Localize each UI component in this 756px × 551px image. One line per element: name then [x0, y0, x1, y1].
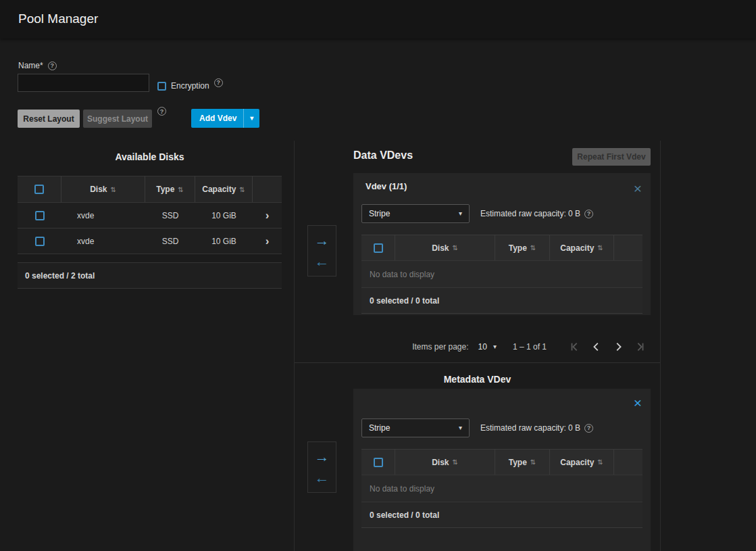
last-page-button[interactable] [629, 336, 651, 358]
card-controls: Stripe Estimated raw capacity: 0 B [361, 204, 642, 223]
close-icon[interactable] [634, 181, 642, 195]
name-input[interactable] [18, 74, 149, 92]
row-checkbox[interactable] [35, 211, 45, 220]
column-label: Disk [432, 243, 449, 253]
card-header: Vdev (1/1) [353, 173, 651, 195]
column-header-disk[interactable]: Disk [395, 235, 495, 260]
available-disks-table: Disk Type Capacity xvde SSD 10 GiB [18, 176, 282, 254]
app-header: Pool Manager [0, 0, 756, 39]
column-header-capacity[interactable]: Capacity [195, 176, 253, 202]
sort-icon [239, 186, 245, 193]
row-checkbox[interactable] [35, 237, 45, 246]
data-vdevs-title: Data VDevs [353, 149, 413, 162]
metadata-vdev-transfer [307, 441, 336, 493]
column-label: Disk [90, 185, 107, 194]
metadata-vdev-title: Metadata VDev [294, 374, 661, 385]
row-checkbox-cell [18, 229, 61, 254]
sort-icon [178, 186, 183, 193]
data-vdev-card: Vdev (1/1) Stripe Estimated raw capacity… [353, 173, 651, 315]
vdev-summary: 0 selected / 0 total [361, 288, 642, 314]
layout-help-icon[interactable] [157, 107, 166, 116]
empty-row: No data to display [361, 475, 642, 502]
chevron-left-icon [590, 341, 603, 353]
data-vdev-transfer [307, 225, 336, 277]
reset-layout-button[interactable]: Reset Layout [18, 110, 80, 128]
column-header-type[interactable]: Type [495, 235, 550, 260]
column-header-capacity[interactable]: Capacity [550, 235, 614, 260]
paginator: Items per page: 10 1 – 1 of 1 [295, 331, 660, 363]
last-page-icon [634, 341, 646, 353]
repeat-first-vdev-button[interactable]: Repeat First Vdev [572, 148, 651, 166]
encryption-help-icon[interactable] [214, 78, 223, 87]
move-left-icon[interactable] [315, 471, 330, 485]
available-disks-header-row: Disk Type Capacity [18, 176, 282, 203]
column-label: Capacity [202, 185, 236, 194]
page-title: Pool Manager [18, 11, 98, 26]
next-page-button[interactable] [607, 336, 629, 358]
expand-cell [253, 203, 282, 228]
disk-row[interactable]: xvde SSD 10 GiB [18, 229, 282, 254]
column-label: Type [509, 243, 527, 253]
encryption-checkbox[interactable] [157, 82, 166, 91]
layout-select[interactable]: Stripe [361, 418, 470, 437]
move-right-icon[interactable] [315, 233, 330, 248]
add-vdev-label: Add Vdev [191, 114, 243, 123]
first-page-button[interactable] [564, 336, 586, 358]
name-label: Name* [18, 61, 43, 70]
items-per-page-label: Items per page: [412, 342, 468, 352]
header-checkbox-cell [361, 235, 395, 260]
sort-icon [110, 186, 116, 193]
disk-type: SSD [145, 203, 195, 228]
sort-icon [530, 244, 536, 251]
add-vdev-button[interactable]: Add Vdev [191, 109, 259, 128]
select-all-checkbox[interactable] [374, 243, 383, 253]
vdev-disks-table: Disk Type Capacity No data to display 0 … [361, 449, 642, 528]
disk-capacity: 10 GiB [195, 229, 253, 254]
chevron-right-icon [612, 341, 624, 353]
capacity-help-icon[interactable] [584, 424, 593, 433]
column-label: Capacity [560, 458, 594, 467]
empty-message: No data to display [361, 475, 642, 502]
sort-icon [452, 244, 457, 251]
spacer-cell [253, 176, 282, 202]
spacer-cell [614, 450, 642, 475]
disk-capacity: 10 GiB [195, 203, 253, 228]
vdev-table-header-row: Disk Type Capacity [361, 235, 642, 261]
card-controls: Stripe Estimated raw capacity: 0 B [361, 418, 642, 437]
chevron-down-icon [459, 210, 462, 217]
column-header-capacity[interactable]: Capacity [550, 450, 614, 475]
column-header-type[interactable]: Type [495, 450, 550, 475]
sort-icon [452, 458, 457, 466]
name-help-icon[interactable] [48, 62, 57, 70]
select-all-checkbox[interactable] [374, 458, 383, 467]
column-header-disk[interactable]: Disk [61, 176, 145, 202]
column-header-disk[interactable]: Disk [395, 450, 495, 475]
close-icon[interactable] [634, 396, 642, 410]
expand-row-icon[interactable] [266, 210, 270, 221]
spacer-cell [614, 235, 642, 260]
layout-select[interactable]: Stripe [361, 204, 470, 223]
capacity-help-icon[interactable] [584, 210, 593, 218]
estimated-capacity-label: Estimated raw capacity: 0 B [480, 209, 580, 218]
expand-row-icon[interactable] [266, 235, 270, 247]
vdev-title: Vdev (1/1) [366, 181, 407, 191]
column-label: Capacity [560, 243, 594, 253]
row-checkbox-cell [18, 203, 61, 228]
previous-page-button[interactable] [586, 336, 607, 358]
disk-row[interactable]: xvde SSD 10 GiB [18, 203, 282, 229]
column-header-type[interactable]: Type [145, 176, 195, 202]
estimated-capacity: Estimated raw capacity: 0 B [480, 423, 593, 433]
chevron-down-icon [459, 425, 462, 431]
chevron-down-icon [493, 343, 497, 350]
available-disks-title: Available Disks [18, 151, 282, 162]
suggest-layout-button[interactable]: Suggest Layout [83, 110, 152, 128]
move-left-icon[interactable] [315, 254, 330, 269]
empty-message: No data to display [361, 261, 642, 287]
sort-icon [597, 458, 603, 466]
header-checkbox-cell [361, 450, 395, 475]
page-size-select[interactable]: 10 [478, 342, 497, 352]
header-checkbox-cell [18, 176, 61, 202]
metadata-vdev-card: Stripe Estimated raw capacity: 0 B Disk … [353, 389, 651, 551]
select-all-checkbox[interactable] [34, 185, 44, 194]
move-right-icon[interactable] [315, 450, 330, 464]
